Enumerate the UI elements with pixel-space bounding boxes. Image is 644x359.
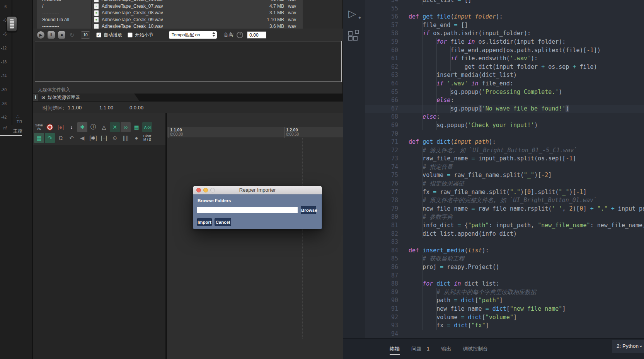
item-group-button[interactable]: [✱] [88,133,98,143]
code-line[interactable]: 90 path = dict["path"] [365,296,644,305]
code-line[interactable]: 78 # 原文件名中的完整文件名, 如 `UI_Bright_Button_01… [365,196,644,205]
code-line[interactable]: 93 fx = dict["fx"] [365,322,644,330]
code-line[interactable]: 61 if file.endswith('.wav'): [365,54,644,63]
eye-button[interactable]: ⊙ [110,133,120,143]
time-selection-start[interactable]: 1.1.00 [68,105,82,111]
code-line[interactable]: 58 if os.path.isdir(input_folder): [365,29,644,38]
run-debug-icon[interactable]: ▷● [348,8,360,19]
import-media-button[interactable]: ↓ [66,122,77,132]
code-line[interactable]: 84def insert_media(list): [365,247,644,255]
lock-button[interactable]: Ω [56,133,66,143]
code-line[interactable]: 87 [365,272,644,280]
save-as-button[interactable]: Save As [34,122,44,132]
code-line[interactable]: 57 file_end = [] [365,21,644,30]
folder-item[interactable]: / [37,3,91,10]
code-line[interactable]: 88 for dict in dict_list: [365,280,644,288]
start-bar-checkbox[interactable] [128,32,133,37]
code-line[interactable]: 68 else: [365,113,644,121]
code-line[interactable]: 82 dict_list.append(info_dict) [365,230,644,238]
file-row[interactable]: ≈AdhesiveTape_Creak_08.wav3.1 MBwav [92,10,303,17]
code-line[interactable]: 54 dict_list = [] [365,0,644,5]
code-line[interactable]: 67 sg.popup('No wave file be found!') [365,105,644,113]
file-row[interactable]: ≈AdhesiveTape_Creak_10.wav3.6 MBwav [92,23,303,29]
undo-arrow-button[interactable]: ↶ [66,133,77,143]
code-line[interactable]: 76 # 指定效果器链 [365,180,644,188]
record-button[interactable] [45,122,55,132]
pitch-input[interactable]: 0.00 [247,31,266,39]
master-fader-handle[interactable] [7,16,17,32]
folder-path-input[interactable] [197,207,298,213]
code-line[interactable]: 69 sg.popup('Check your input!') [365,121,644,130]
browse-button[interactable]: Browse [301,206,316,214]
arrange-view[interactable]: 1.1.000:00.001.2.000:00.50 [167,113,343,359]
folder-item[interactable]: Sound Lib All [37,17,91,24]
tempo-match-select[interactable]: Tempo匹配 on [169,31,217,39]
code-line[interactable]: 73 raw_file_name = input_path.split(os.s… [365,155,644,163]
code-line[interactable]: 60 file_end.append(os.path.splitext(file… [365,46,644,55]
pause-button[interactable]: Ⅱ [47,31,55,39]
grid-matrix-button[interactable]: ▦ [131,122,141,132]
code-line[interactable]: 65 sg.popup('Processing Complete.') [365,88,644,97]
file-row[interactable]: ≈AdhesiveTape_Creak_07.wav4.7 MBwav [92,3,303,10]
folder-item[interactable]: ----------- [37,10,91,17]
item-fade-button[interactable]: [−] [99,133,109,143]
link-button[interactable]: ∞ [121,122,131,132]
waveform-preview[interactable] [35,41,342,82]
crossfade-button[interactable]: ✕ [110,122,120,132]
code-line[interactable]: 56def get_file(input_folder): [365,13,644,21]
code-line[interactable]: 64 if '.wav' in file_end: [365,80,644,88]
code-line[interactable]: 85 # 获取当前工程 [365,255,644,263]
ripple-edit-button[interactable]: ↷ [45,133,55,143]
code-line[interactable]: 86 proj = reapy.Project() [365,263,644,272]
panel-tab-调试控制台[interactable]: 调试控制台 [463,342,488,356]
io-button[interactable]: 10 [81,31,90,39]
code-line[interactable]: 63 insert_media(dict_list) [365,71,644,80]
metronome-button[interactable]: △ [99,122,109,132]
auto-crossfade-link-button[interactable]: ∧∞ [142,122,152,132]
code-line[interactable]: 72 # 源文件名, 如 `UI_Bright_Button_01_-5_C1.… [365,146,644,155]
folder-item[interactable]: ----------- [37,23,91,29]
volume-wedge-button[interactable]: ◀ [77,133,87,143]
record-arm-button[interactable]: [●] [56,122,66,132]
code-line[interactable]: 94 [365,330,644,338]
tab-close-icon[interactable]: ⊠ [41,95,45,100]
code-line[interactable]: 91 new_file_name = dict["new_file_name"] [365,305,644,313]
minimize-traffic-light[interactable] [203,188,208,192]
autoplay-checkbox[interactable]: ✓ [96,32,101,37]
pitch-knob[interactable] [237,32,243,38]
fx-folder-button[interactable]: ✱ [77,122,87,132]
track-control-panel[interactable] [33,145,165,359]
code-line[interactable]: 77 fx = raw_file_name.split(".")[0].spli… [365,188,644,197]
file-row[interactable]: ≈AdhesiveTape_Creak_06.wav4.8 MBwav [92,0,303,3]
panel-tab-问题[interactable]: 问题1 [411,342,429,356]
media-explorer-folder-list[interactable]: /Volumes/-----------Sound Lib All-------… [37,0,91,29]
zoom-traffic-light[interactable] [210,188,215,192]
code-line[interactable]: 83 [365,238,644,247]
clear-ms-button[interactable]: Clear M / S [142,133,152,143]
code-line[interactable]: 62 get_dict(input_folder + os.sep + file… [365,63,644,71]
stop-button[interactable]: ■ [58,31,66,39]
code-line[interactable]: 59 for file in os.listdir(input_folder): [365,38,644,46]
code-line[interactable]: 75 volume = raw_file_name.split("_")[-2] [365,171,644,180]
code-editor[interactable]: 54 dict_list = []5556def get_file(input_… [365,0,644,338]
meter-bars-button[interactable]: |||| [121,133,131,143]
dialog-titlebar[interactable]: Reaper Importer [193,186,322,194]
play-button[interactable]: ▶ [37,31,45,39]
code-line[interactable]: 81 info_dict = {"path": input_path, "new… [365,221,644,230]
code-line[interactable]: 55 [365,5,644,13]
code-line[interactable]: 92 volume = dict["volume"] [365,313,644,322]
media-explorer-tab[interactable]: ⊠媒体资源管理器 [38,94,140,101]
code-line[interactable]: 79 new_file_name = raw_file_name.rsplit(… [365,205,644,213]
extensions-icon[interactable] [348,32,360,43]
code-line[interactable]: 74 # 指定音量 [365,163,644,172]
import-button[interactable]: Import [197,218,212,226]
code-line[interactable]: 70 [365,130,644,138]
panel-tab-终端[interactable]: 终端 [390,342,400,356]
comment-bubble-button[interactable]: ● [131,133,141,143]
file-row[interactable]: ≈AdhesiveTape_Creak_09.wav1.10 MBwav [92,17,303,24]
time-selection-length[interactable]: 0.0.00 [129,105,143,111]
grid-snap-button[interactable]: ▦ [34,133,44,143]
close-traffic-light[interactable] [196,188,201,192]
time-selection-end[interactable]: 1.1.00 [99,105,113,111]
media-explorer-file-list[interactable]: ≈AdhesiveTape_Creak_06.wav4.8 MBwav≈Adhe… [92,0,303,29]
